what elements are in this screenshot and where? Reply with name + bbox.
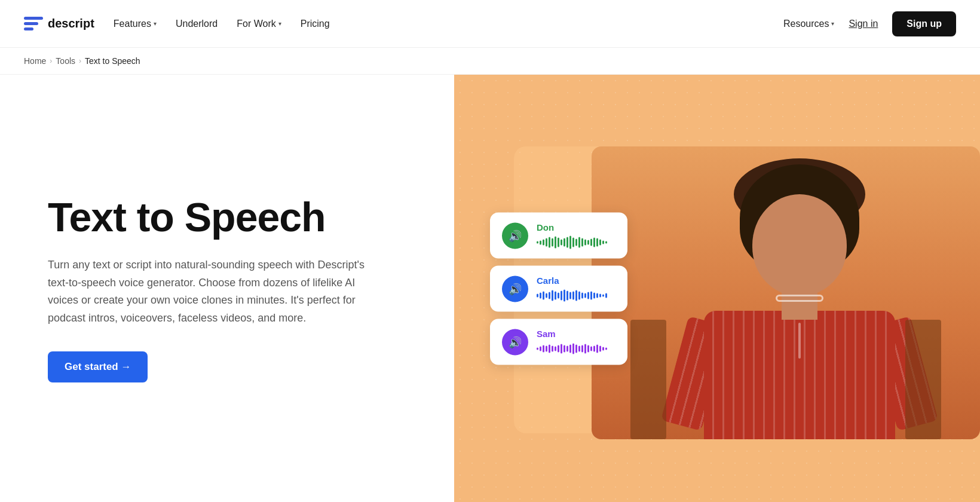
svg-rect-1 bbox=[24, 22, 38, 25]
nav-features[interactable]: Features ▾ bbox=[114, 19, 157, 29]
breadcrumb-home[interactable]: Home bbox=[24, 56, 46, 66]
page-title: Text to Speech bbox=[48, 195, 406, 240]
carla-name: Carla bbox=[537, 276, 615, 286]
main-content: Text to Speech Turn any text or script i… bbox=[0, 75, 980, 502]
left-panel: Text to Speech Turn any text or script i… bbox=[0, 75, 454, 502]
svg-rect-2 bbox=[24, 27, 33, 30]
sam-speaker-icon: 🔊 bbox=[509, 335, 522, 348]
get-started-label: Get started → bbox=[65, 361, 131, 373]
carla-speaker-icon: 🔊 bbox=[509, 282, 522, 295]
nav-left: descript Features ▾ Underlord For Work ▾… bbox=[24, 16, 330, 32]
nav-underlord[interactable]: Underlord bbox=[176, 19, 218, 29]
svg-rect-0 bbox=[24, 17, 43, 20]
chair-right bbox=[905, 320, 941, 439]
person-photo bbox=[592, 146, 980, 439]
nav-resources[interactable]: Resources ▾ bbox=[783, 19, 834, 29]
nav-pricing[interactable]: Pricing bbox=[301, 19, 330, 29]
nav-for-work-label: For Work bbox=[237, 19, 275, 29]
nav-for-work[interactable]: For Work ▾ bbox=[237, 19, 281, 29]
voice-card-sam: 🔊 Sam bbox=[490, 319, 627, 365]
right-panel: 🔊 Don 🔊 Carla 🔊 bbox=[454, 75, 980, 502]
voice-card-don: 🔊 Don bbox=[490, 213, 627, 259]
breadcrumb: Home › Tools › Text to Speech bbox=[0, 48, 980, 75]
nav-underlord-label: Underlord bbox=[176, 19, 218, 29]
don-speaker-icon: 🔊 bbox=[509, 229, 522, 242]
page-description: Turn any text or script into natural-sou… bbox=[48, 256, 382, 327]
voice-cards-container: 🔊 Don 🔊 Carla 🔊 bbox=[490, 213, 627, 365]
breadcrumb-sep-1: › bbox=[50, 57, 52, 65]
don-name: Don bbox=[537, 222, 615, 232]
person-shirt bbox=[704, 311, 895, 439]
get-started-button[interactable]: Get started → bbox=[48, 351, 148, 382]
descript-logo-icon bbox=[24, 16, 43, 32]
logo[interactable]: descript bbox=[24, 16, 94, 32]
breadcrumb-tools[interactable]: Tools bbox=[56, 56, 75, 66]
don-info: Don bbox=[537, 222, 615, 249]
breadcrumb-current: Text to Speech bbox=[85, 56, 140, 66]
chair-left bbox=[630, 320, 666, 439]
nav-resources-label: Resources bbox=[783, 19, 829, 29]
sign-up-button[interactable]: Sign up bbox=[892, 11, 956, 36]
sign-in-link[interactable]: Sign in bbox=[849, 19, 878, 29]
necklace bbox=[776, 295, 823, 302]
voice-card-carla: 🔊 Carla bbox=[490, 266, 627, 312]
sam-info: Sam bbox=[537, 329, 615, 356]
features-chevron-icon: ▾ bbox=[154, 20, 157, 27]
photo-background bbox=[592, 146, 980, 439]
sam-name: Sam bbox=[537, 329, 615, 339]
don-waveform bbox=[537, 236, 615, 249]
person-body-container bbox=[662, 158, 937, 439]
carla-avatar: 🔊 bbox=[502, 276, 528, 302]
don-avatar: 🔊 bbox=[502, 222, 528, 249]
for-work-chevron-icon: ▾ bbox=[278, 20, 281, 27]
sam-waveform bbox=[537, 342, 615, 356]
sam-avatar: 🔊 bbox=[502, 329, 528, 355]
breadcrumb-sep-2: › bbox=[79, 57, 81, 65]
nav-features-label: Features bbox=[114, 19, 151, 29]
nav-right: Resources ▾ Sign in Sign up bbox=[783, 11, 956, 36]
nav-pricing-label: Pricing bbox=[301, 19, 330, 29]
carla-info: Carla bbox=[537, 276, 615, 302]
logo-text: descript bbox=[48, 17, 94, 30]
navbar: descript Features ▾ Underlord For Work ▾… bbox=[0, 0, 980, 48]
person-face bbox=[752, 194, 847, 296]
resources-chevron-icon: ▾ bbox=[831, 20, 834, 27]
carla-waveform bbox=[537, 289, 615, 302]
hoodie-string bbox=[798, 323, 801, 359]
